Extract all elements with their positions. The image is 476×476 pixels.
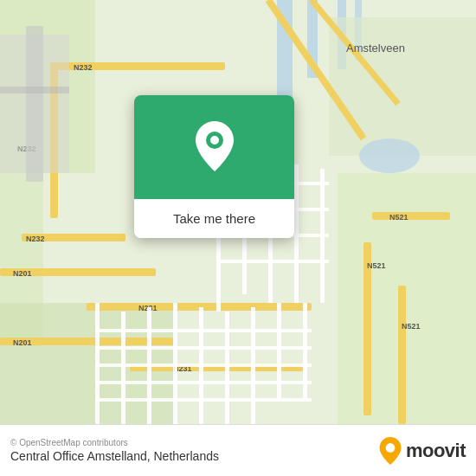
svg-rect-8	[338, 173, 476, 424]
moovit-brand-text: moovit	[406, 440, 466, 462]
svg-point-61	[210, 136, 219, 145]
bottom-bar: © OpenStreetMap contributors Central Off…	[0, 424, 476, 476]
svg-rect-40	[95, 346, 312, 350]
location-popup: Take me there	[134, 95, 294, 238]
moovit-pin-icon	[378, 437, 402, 465]
map-area: N232 N232 N232 N201 N201 N231 N231 N521 …	[0, 0, 476, 424]
svg-text:N521: N521	[367, 261, 386, 270]
svg-text:N201: N201	[13, 269, 32, 278]
svg-rect-39	[95, 329, 312, 332]
svg-text:N201: N201	[13, 338, 32, 347]
svg-rect-41	[95, 363, 312, 367]
svg-rect-26	[398, 286, 406, 424]
svg-text:Amstelveen: Amstelveen	[346, 42, 405, 55]
svg-text:N521: N521	[402, 322, 421, 331]
svg-text:N232: N232	[26, 235, 45, 243]
location-pin-icon	[193, 121, 236, 173]
svg-rect-42	[95, 381, 312, 384]
svg-rect-5	[329, 17, 476, 156]
svg-rect-59	[0, 87, 69, 93]
attribution: © OpenStreetMap contributors	[10, 438, 219, 447]
popup-header	[134, 95, 294, 199]
svg-rect-58	[26, 26, 43, 182]
svg-rect-31	[121, 312, 125, 424]
svg-text:N521: N521	[389, 213, 408, 222]
svg-text:N232: N232	[74, 63, 93, 72]
svg-rect-35	[225, 312, 229, 424]
take-me-there-button[interactable]: Take me there	[134, 199, 294, 238]
svg-rect-52	[216, 260, 329, 263]
svg-rect-43	[95, 398, 312, 402]
svg-point-55	[359, 138, 420, 173]
location-info: © OpenStreetMap contributors Central Off…	[10, 438, 219, 463]
svg-point-62	[386, 443, 396, 453]
location-title: Central Office Amstelland, Netherlands	[10, 449, 219, 463]
svg-rect-28	[372, 212, 450, 220]
moovit-logo: moovit	[378, 437, 466, 465]
